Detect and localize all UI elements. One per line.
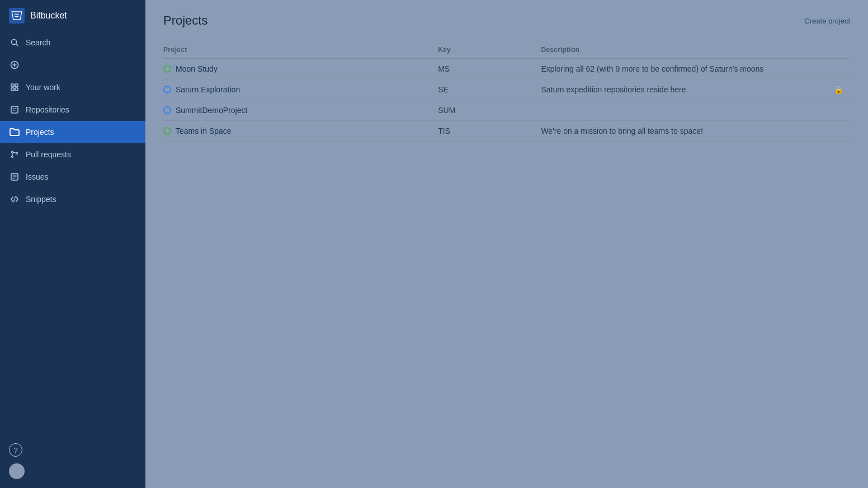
project-description-cell <box>541 100 850 121</box>
create-button[interactable] <box>0 54 145 76</box>
your-work-icon <box>9 82 20 93</box>
project-key-cell: TIS <box>438 121 541 142</box>
sidebar-item-label-repositories: Repositories <box>26 105 69 114</box>
project-name-link[interactable]: SummitDemoProject <box>176 106 247 115</box>
svg-point-13 <box>12 152 13 153</box>
project-name-link[interactable]: Saturn Exploration <box>176 85 240 94</box>
create-icon <box>9 59 20 71</box>
sidebar: Bitbucket Search <box>0 0 145 488</box>
project-key-cell: SUM <box>438 100 541 121</box>
svg-point-14 <box>12 156 13 158</box>
page-header: Projects Create project <box>163 13 850 28</box>
project-description-cell: We're on a mission to bring all teams to… <box>541 121 850 142</box>
sidebar-item-label-snippets: Snippets <box>26 195 56 204</box>
svg-rect-7 <box>15 84 18 87</box>
sidebar-item-your-work[interactable]: Your work <box>0 76 145 98</box>
projects-table: Project Key Description Moon Study MS Ex… <box>163 41 850 142</box>
sidebar-item-snippets[interactable]: Snippets <box>0 188 145 210</box>
pullrequest-icon <box>9 149 20 160</box>
project-description-cell: Saturn expedition repositories reside he… <box>541 79 850 100</box>
project-name-link[interactable]: Moon Study <box>176 64 218 73</box>
table-head: Project Key Description <box>163 41 850 59</box>
project-status-dot <box>163 65 171 73</box>
project-key-cell: SE <box>438 79 541 100</box>
table-row[interactable]: Moon Study MS Exploring all 62 (with 9 m… <box>163 59 850 79</box>
snippets-icon <box>9 194 20 205</box>
page-title: Projects <box>163 13 207 28</box>
col-header-key: Key <box>438 41 541 59</box>
svg-rect-8 <box>11 88 14 91</box>
table-row[interactable]: Saturn Exploration SE Saturn expedition … <box>163 79 850 100</box>
project-name-cell: Saturn Exploration <box>163 79 438 100</box>
svg-point-15 <box>16 153 18 154</box>
sidebar-item-label-pull-requests: Pull requests <box>26 150 71 159</box>
project-name-link[interactable]: Teams in Space <box>176 126 232 135</box>
sidebar-bottom: ? <box>0 434 145 488</box>
project-description-cell: Exploring all 62 (with 9 more to be conf… <box>541 59 850 79</box>
project-status-dot <box>163 106 171 114</box>
main-content: Projects Create project Project Key Desc… <box>145 0 868 488</box>
svg-line-2 <box>16 44 18 46</box>
search-label: Search <box>26 38 50 47</box>
project-key-cell: MS <box>438 59 541 79</box>
svg-rect-10 <box>11 106 18 113</box>
svg-line-21 <box>14 196 16 202</box>
table-row[interactable]: SummitDemoProject SUM <box>163 100 850 121</box>
search-button[interactable]: Search <box>0 31 145 54</box>
sidebar-item-pull-requests[interactable]: Pull requests <box>0 143 145 166</box>
project-status-dot <box>163 86 171 93</box>
svg-rect-6 <box>11 84 14 87</box>
sidebar-item-label-projects: Projects <box>26 128 54 137</box>
project-status-dot <box>163 127 171 135</box>
app-title: Bitbucket <box>30 11 67 21</box>
bitbucket-logo-icon <box>9 8 25 24</box>
sidebar-header: Bitbucket <box>0 0 145 31</box>
sidebar-item-repositories[interactable]: Repositories <box>0 98 145 121</box>
project-name-cell: SummitDemoProject <box>163 100 438 121</box>
col-header-description: Description <box>541 41 850 59</box>
sidebar-nav: Your work Repositories Projects <box>0 76 145 434</box>
help-button[interactable]: ? <box>9 443 22 457</box>
lock-icon: 🔒 <box>834 85 843 94</box>
sidebar-item-label-your-work: Your work <box>26 83 60 92</box>
sidebar-item-label-issues: Issues <box>26 172 48 181</box>
sidebar-item-issues[interactable]: Issues <box>0 166 145 188</box>
table-body: Moon Study MS Exploring all 62 (with 9 m… <box>163 59 850 142</box>
table-header-row: Project Key Description <box>163 41 850 59</box>
create-project-button[interactable]: Create project <box>804 17 850 25</box>
sidebar-item-projects[interactable]: Projects <box>0 121 145 143</box>
svg-rect-0 <box>9 8 25 24</box>
project-name-cell: Teams in Space <box>163 121 438 142</box>
issues-icon <box>9 171 20 182</box>
svg-rect-9 <box>15 88 18 91</box>
col-header-project: Project <box>163 41 438 59</box>
repo-icon <box>9 104 20 115</box>
avatar[interactable] <box>9 463 25 479</box>
table-row[interactable]: Teams in Space TIS We're on a mission to… <box>163 121 850 142</box>
folder-icon <box>9 126 20 138</box>
project-name-cell: Moon Study <box>163 59 438 79</box>
search-icon <box>9 37 20 48</box>
